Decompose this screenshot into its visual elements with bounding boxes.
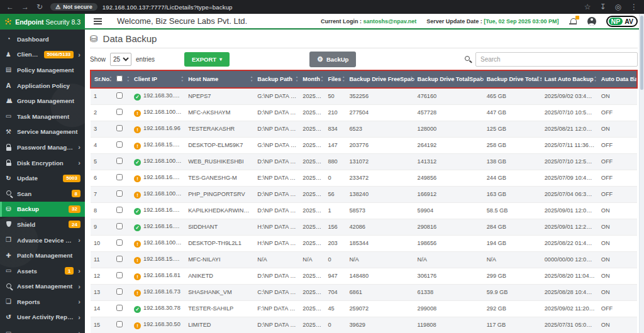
cell-free-space-mb: 203776 [346,137,414,153]
cell-month: N/A [299,251,325,268]
row-checkbox[interactable] [116,272,123,278]
cell-sr-no: 1 [91,88,113,104]
table-row: 5192.168.100.148WEB_RUSHIKESHBID:\NP DAT… [91,153,637,170]
npav-logo: NPAV [606,16,638,27]
row-checkbox[interactable] [116,158,123,164]
column-header-auto-data-backup[interactable]: Auto Data Backup▲▼ [598,70,637,88]
cell-client-ip: 192.168.100.148 [131,153,185,170]
cell-total-space: 299 GB [484,268,541,284]
cell-auto-data-backup: ON [598,121,637,137]
cell-month: 2025-08 [299,235,325,251]
browser-profile-icon[interactable]: ◎ [615,3,621,11]
bookmark-star-icon[interactable]: ☆ [584,3,591,11]
row-checkbox[interactable] [116,174,123,180]
vertical-scrollbar[interactable] [639,14,644,333]
sidebar-item-patch-management[interactable]: Patch Management [0,248,85,263]
cell-select [113,284,131,300]
column-header-client-ip[interactable]: Client IP▲▼ [131,70,185,88]
reports-icon [4,298,13,305]
row-checkbox[interactable] [116,223,123,229]
cell-files: 0 [325,251,346,268]
column-header-backup-path[interactable]: Backup Path▲▼ [254,70,299,88]
browser-refresh-icon[interactable]: ↻ [36,3,43,11]
column-header-total-space-mb[interactable]: Backup Drive TotalSpace(MB)▲▼ [414,70,484,88]
browser-menu-icon[interactable]: ⋮ [630,3,638,11]
chevron-right-icon [78,298,80,305]
not-secure-badge[interactable]: ⚠Not secure [50,3,97,11]
column-header-sr-no[interactable]: Sr.No.▲▼ [91,70,113,88]
sidebar-item-disk-encryption[interactable]: Disk Encryption [0,155,85,171]
sidebar-item-scan[interactable]: Scan8 [0,186,85,202]
row-checkbox[interactable] [116,305,123,311]
row-checkbox[interactable] [116,190,123,197]
cell-last-auto-backup: 2025/07/10 12:53:07 PM [541,153,598,170]
cell-files: 947 [325,268,346,284]
cell-sr-no: 4 [91,137,113,153]
cell-host-name: WEB_RUSHIKESHBI [185,153,254,170]
hamburger-menu-icon[interactable] [94,21,102,22]
browser-back-icon[interactable]: ← [6,3,14,11]
column-header-files[interactable]: Files▲▼ [325,70,346,88]
sidebar-item-19[interactable] [0,325,85,333]
row-checkbox[interactable] [116,321,123,327]
cell-free-space-mb: 39629 [346,317,414,333]
row-checkbox[interactable] [116,207,123,213]
sidebar-item-password-management[interactable]: Password Management [0,139,85,155]
cell-host-name: PHP_PINGPORTSRV [185,186,254,202]
column-header-select[interactable]: ▲▼ [113,70,131,88]
column-header-total-space[interactable]: Backup Drive Total Space▲▼ [484,70,541,88]
cell-client-ip: 192.168.16.128 [131,219,185,235]
table-row: 7192.168.100.200PHP_PINGPORTSRVD:\NP DAT… [91,186,637,202]
cell-select [113,268,131,284]
cell-month: 2025-09 [299,88,325,104]
user-profile-icon[interactable] [587,17,596,26]
cell-client-ip: 192.168.15.182 [131,251,185,268]
row-checkbox[interactable] [116,109,123,115]
sidebar-item-reports[interactable]: Reports [0,294,85,310]
sidebar-item-group-management[interactable]: Group Management [0,93,85,109]
sidebar-item-backup[interactable]: Backup32 [0,202,85,217]
export-button[interactable]: EXPORT [184,52,230,67]
sidebar-item-task-management[interactable]: Task Management [0,109,85,124]
row-checkbox[interactable] [116,239,123,246]
browser-forward-icon[interactable]: → [21,3,29,11]
backup-button[interactable]: BackUp [309,52,356,67]
select-all-checkbox[interactable] [116,75,123,82]
sidebar-item-application-policy[interactable]: Application Policy [0,78,85,94]
sidebar-item-asset-management[interactable]: Asset Management [0,279,85,295]
sidebar-item-policy-management[interactable]: Policy Management [0,62,85,78]
cell-auto-data-backup: OFF [598,186,637,202]
sidebar-item-assets[interactable]: Assets1 [0,263,85,279]
row-checkbox[interactable] [116,288,123,295]
notifications-bell-icon[interactable] [569,18,577,25]
sidebar-item-update[interactable]: Update5003 [0,170,85,186]
sidebar-item-advance-device-control[interactable]: Advance Device Control [0,232,85,248]
chevron-right-icon [78,236,80,244]
column-header-month[interactable]: Month▲▼ [299,70,325,88]
sidebar-item-service-management[interactable]: Service Management [0,124,85,140]
count-badge: 24 [69,221,80,228]
entries-label: entries [136,56,155,63]
table-toolbar: Show 25 entries EXPORT BackUp [90,50,638,68]
url-text[interactable]: 192.168.100.137:7777/LicDetails?type=bac… [103,4,233,11]
column-header-host-name[interactable]: Host Name▲▼ [185,70,254,88]
row-checkbox[interactable] [116,256,123,262]
download-icon[interactable]: ↧ [599,3,606,11]
cell-select [113,235,131,251]
cell-auto-data-backup: ON [598,284,637,300]
sidebar-item-dashboard[interactable]: Dashboard [0,31,85,47]
address-bar[interactable]: ⚠Not secure 192.168.100.137:7777/LicDeta… [50,3,577,11]
sidebar-item-client-details[interactable]: Client Details5066/5133 [0,47,85,63]
row-checkbox[interactable] [116,125,123,131]
column-header-last-auto-backup[interactable]: Last Auto Backup▲▼ [541,70,598,88]
search-input[interactable] [475,52,638,67]
scrollbar-thumb[interactable] [640,16,643,90]
sidebar-item-user-activity-reports[interactable]: User Activity Reports [0,310,85,325]
sidebar-item-shield[interactable]: Shield24 [0,217,85,232]
cell-backup-path: D:\NP DATA BACKUP [254,121,299,137]
column-header-free-space-mb[interactable]: Backup Drive FreeSpace(MB)▲▼ [346,70,414,88]
row-checkbox[interactable] [116,92,123,99]
page-size-select[interactable]: 25 [110,53,131,66]
row-checkbox[interactable] [116,141,123,148]
cell-total-space-mb: 249856 [414,170,484,186]
